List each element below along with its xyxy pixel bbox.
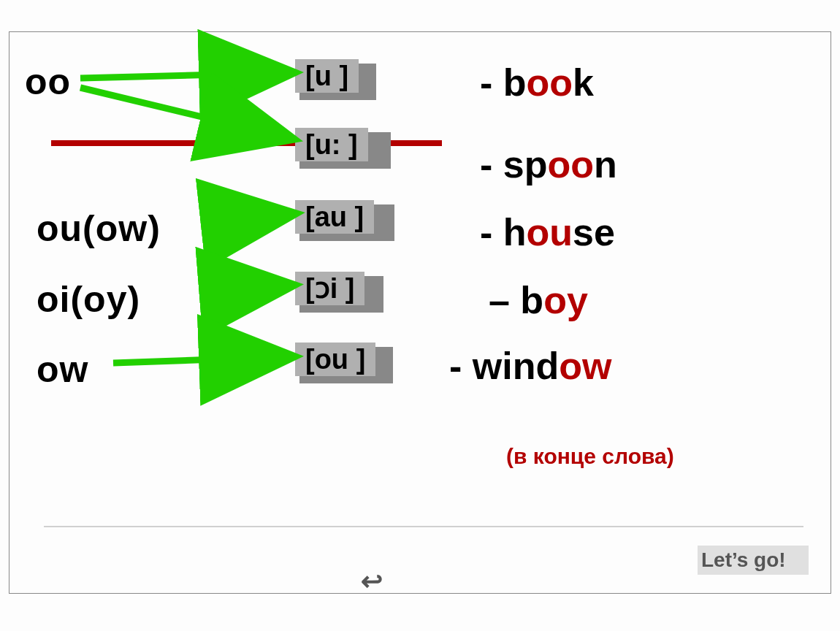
example-spoon-post: n <box>594 143 617 186</box>
arrow-ouow-au <box>212 201 299 237</box>
example-boy: – boy <box>489 278 588 322</box>
sound-oi: [ɔi ] <box>295 272 364 305</box>
example-spoon-hl: oo <box>547 143 594 186</box>
example-window: - window <box>449 344 611 388</box>
example-book-pre: - b <box>480 61 527 104</box>
separator-thin <box>44 526 803 527</box>
svg-line-7 <box>205 286 278 292</box>
combo-oioy: oi(oy) <box>37 278 140 321</box>
example-house-pre: - h <box>480 211 527 253</box>
arrow-ow-ou <box>113 341 303 378</box>
example-boy-hl: oy <box>543 279 588 321</box>
svg-line-9 <box>113 357 278 363</box>
sound-ou: [ou ] <box>295 343 375 376</box>
example-house-hl: ou <box>527 211 573 253</box>
arrow-oioy-oi <box>205 270 299 307</box>
note-end-of-word: (в конце слова) <box>506 444 674 469</box>
example-spoon-pre: - sp <box>480 143 547 186</box>
arrow-oo-ulong <box>80 66 299 153</box>
example-window-pre: - wind <box>449 345 559 387</box>
lets-go-button[interactable]: Let’s go! <box>701 548 786 572</box>
sound-au: [au ] <box>295 200 374 234</box>
example-house-post: se <box>573 211 615 253</box>
combo-ow: ow <box>37 348 88 391</box>
svg-line-5 <box>212 215 279 223</box>
combo-oo: oo <box>25 61 71 103</box>
example-book-hl: oo <box>527 61 573 104</box>
example-boy-pre: – b <box>489 279 543 321</box>
example-house: - house <box>480 210 615 254</box>
example-book-post: k <box>573 61 594 104</box>
return-icon[interactable]: ↩ <box>361 566 383 597</box>
combo-ouow: ou(ow) <box>37 207 161 250</box>
example-spoon: - spoon <box>480 142 617 186</box>
example-book: - book <box>480 61 594 104</box>
sound-u-short: [u ] <box>295 59 359 93</box>
example-window-hl: ow <box>559 345 611 387</box>
svg-line-3 <box>80 88 278 135</box>
sound-u-long: [u: ] <box>295 128 368 161</box>
